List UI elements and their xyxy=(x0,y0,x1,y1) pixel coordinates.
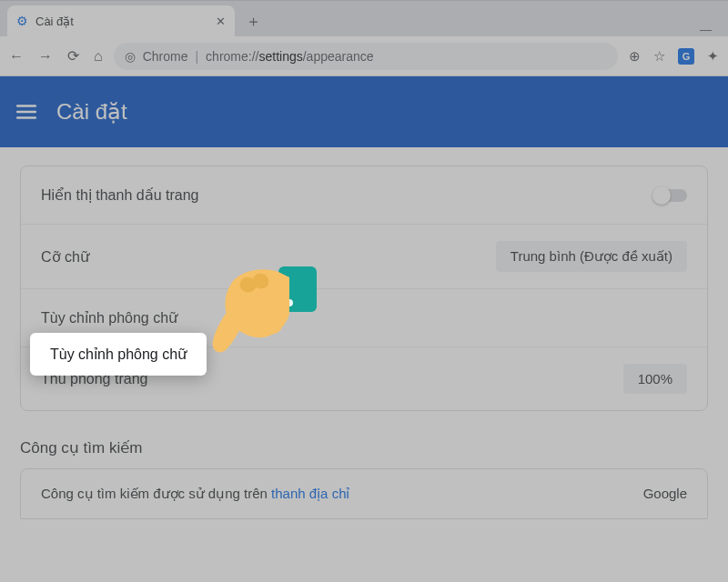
address-bar-link[interactable]: thanh địa chỉ xyxy=(271,486,349,501)
close-tab-icon[interactable]: ✕ xyxy=(216,15,226,28)
search-engine-heading: Công cụ tìm kiếm xyxy=(20,438,708,457)
extensions-icon[interactable]: ✦ xyxy=(707,48,719,65)
customize-fonts-label: Tùy chỉnh phông chữ xyxy=(41,309,687,326)
search-engine-value: Google xyxy=(643,486,687,502)
bookmarks-bar-label: Hiển thị thanh dấu trang xyxy=(41,186,654,204)
home-icon[interactable]: ⌂ xyxy=(94,48,103,65)
active-tab[interactable]: ⚙ Cài đặt ✕ xyxy=(7,5,235,36)
browser-tabstrip: ⚙ Cài đặt ✕ ＋ — xyxy=(0,0,728,36)
zoom-icon[interactable]: ⊕ xyxy=(629,48,641,65)
row-font-size[interactable]: Cỡ chữ Trung bình (Được đề xuất) xyxy=(21,225,707,289)
bookmark-star-icon[interactable]: ☆ xyxy=(653,48,665,65)
font-size-value[interactable]: Trung bình (Được đề xuất) xyxy=(496,241,687,272)
toolbar-right-icons: ⊕ ☆ G ✦ xyxy=(629,48,719,65)
search-engine-label: Công cụ tìm kiếm được sử dụng trên thanh… xyxy=(41,486,349,502)
reload-icon[interactable]: ⟳ xyxy=(67,47,79,65)
back-icon[interactable]: ← xyxy=(9,48,24,65)
row-bookmarks-bar[interactable]: Hiển thị thanh dấu trang xyxy=(21,166,707,225)
settings-header: Cài đặt xyxy=(0,76,728,147)
search-engine-row[interactable]: Công cụ tìm kiếm được sử dụng trên thanh… xyxy=(20,468,708,519)
highlight-callout-customize-fonts[interactable]: Tùy chỉnh phông chữ xyxy=(30,333,207,376)
separator: | xyxy=(195,49,198,64)
tab-title: Cài đặt xyxy=(35,15,208,28)
settings-title: Cài đặt xyxy=(56,99,127,125)
forward-icon[interactable]: → xyxy=(38,48,53,65)
nav-buttons: ← → ⟳ ⌂ xyxy=(9,47,103,65)
url-text: chrome://settings/appearance xyxy=(206,49,373,64)
browser-toolbar: ← → ⟳ ⌂ ◎ Chrome | chrome://settings/app… xyxy=(0,36,728,76)
translate-icon[interactable]: G xyxy=(678,48,694,65)
page-zoom-value[interactable]: 100% xyxy=(623,364,687,394)
hamburger-menu-icon[interactable] xyxy=(15,100,38,124)
new-tab-button[interactable]: ＋ xyxy=(240,8,266,34)
gear-icon: ⚙ xyxy=(16,14,28,28)
font-size-label: Cỡ chữ xyxy=(41,248,496,266)
window-controls: — xyxy=(700,23,728,36)
address-bar[interactable]: ◎ Chrome | chrome://settings/appearance xyxy=(114,43,618,70)
bookmarks-bar-toggle[interactable] xyxy=(654,189,687,202)
site-info-icon[interactable]: ◎ xyxy=(125,49,136,64)
minimize-button[interactable]: — xyxy=(700,23,712,36)
url-scheme-name: Chrome xyxy=(143,49,188,64)
